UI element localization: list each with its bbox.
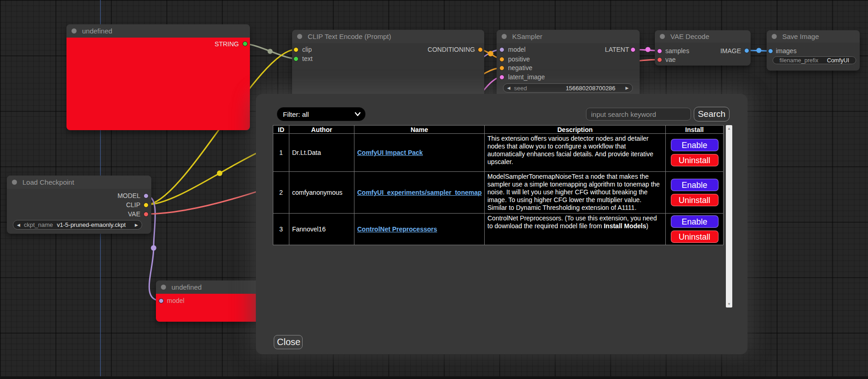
cell-author: Dr.Lt.Data [289, 134, 354, 172]
node-title-bar[interactable]: Save Image [767, 30, 860, 43]
output-slot-conditioning[interactable] [478, 47, 483, 52]
output-label-vae: VAE [128, 210, 140, 218]
input-slot-positive[interactable] [499, 57, 504, 62]
seed-widget[interactable]: ◀ seed 156680208700286 ▶ [503, 83, 633, 93]
cell-description: ModelSamplerTonemapNoiseTest a node that… [485, 172, 666, 214]
output-label-latent: LATENT [605, 46, 629, 53]
extension-link[interactable]: ComfyUI_experiments/sampler_tonemap [357, 189, 482, 196]
node-title: KSampler [512, 33, 542, 40]
reroute-dot-latent[interactable] [646, 47, 651, 52]
node-status-dot [72, 28, 77, 33]
comfyui-canvas[interactable]: { "canvas": { "background_color": "#2626… [0, 0, 868, 379]
scroll-up-icon[interactable]: ▲ [726, 126, 732, 131]
header-description: Description [485, 126, 666, 134]
reroute-dot-conditioning[interactable] [488, 51, 493, 56]
node-status-dot [502, 34, 507, 39]
node-title-bar[interactable]: Load Checkpoint [7, 176, 151, 189]
output-slot-model[interactable] [144, 193, 149, 198]
node-title: VAE Decode [670, 33, 709, 40]
filter-select[interactable]: Filter: all [277, 107, 365, 121]
table-header-row: ID Author Name Description Install [273, 126, 724, 134]
node-error-body [66, 38, 250, 130]
input-slot-text[interactable] [293, 56, 299, 61]
description-text: ModelSamplerTonemapNoiseTest a node that… [487, 173, 660, 211]
output-slot-string[interactable] [243, 41, 248, 46]
cell-description: ControlNet Preprocessors. (To use this e… [485, 214, 666, 245]
output-slot-latent[interactable] [630, 47, 636, 52]
reroute-dot-clip[interactable] [217, 170, 222, 176]
reroute-dot-string[interactable] [268, 49, 273, 54]
node-title-bar[interactable]: undefined [66, 24, 250, 38]
filename-prefix-widget[interactable]: filename_prefix ComfyUI [773, 56, 856, 64]
input-slot-negative[interactable] [499, 66, 504, 71]
input-slot-vae[interactable] [657, 57, 662, 62]
next-arrow-icon[interactable]: ▶ [131, 223, 142, 227]
input-slot-clip[interactable] [293, 47, 299, 52]
node-status-dot [12, 180, 17, 185]
filename-prefix-value[interactable]: ComfyUI [827, 57, 849, 64]
uninstall-button[interactable]: Uninstall [671, 194, 719, 206]
decrement-arrow-icon[interactable]: ◀ [503, 86, 514, 90]
output-slot-clip[interactable] [144, 203, 149, 208]
input-label-images: images [776, 47, 796, 55]
output-slot-image[interactable] [744, 48, 749, 53]
table-scrollbar[interactable]: ▲ ▼ [726, 125, 732, 308]
scroll-down-icon[interactable]: ▼ [726, 302, 732, 306]
enable-button[interactable]: Enable [671, 215, 719, 228]
input-label-vae: vae [665, 56, 676, 63]
uninstall-button[interactable]: Uninstall [671, 231, 719, 243]
cell-id: 1 [273, 134, 289, 172]
search-input[interactable] [586, 108, 691, 121]
node-title-bar[interactable]: VAE Decode [655, 30, 751, 43]
search-button[interactable]: Search [694, 107, 730, 121]
cell-install: Enable Uninstall [666, 214, 724, 245]
input-label-model: model [167, 297, 184, 304]
node-undefined-top[interactable]: undefined STRING [66, 24, 250, 130]
input-label-clip: clip [302, 46, 312, 53]
node-title: CLIP Text Encode (Prompt) [308, 33, 391, 40]
close-button[interactable]: Close [274, 335, 303, 349]
input-slot-model[interactable] [159, 298, 164, 303]
reroute-dot-model[interactable] [151, 245, 156, 251]
cell-description: This extension offers various detector n… [485, 134, 666, 172]
input-slot-model[interactable] [499, 47, 504, 52]
prev-arrow-icon[interactable]: ◀ [13, 223, 24, 227]
output-label-conditioning: CONDITIONING [428, 46, 475, 53]
header-name: Name [354, 126, 485, 134]
header-id: ID [273, 126, 289, 134]
header-install: Install [666, 126, 724, 134]
output-label-clip: CLIP [126, 201, 140, 209]
cell-id: 3 [273, 214, 289, 245]
node-vae-decode[interactable]: VAE Decode samples vae IMAGE [655, 30, 751, 66]
description-text: This extension offers various detector n… [487, 135, 653, 165]
extension-link[interactable]: ComfyUI Impact Pack [357, 149, 423, 156]
input-label-latent-image: latent_image [508, 73, 545, 81]
table-row: 1 Dr.Lt.Data ComfyUI Impact Pack This ex… [273, 134, 724, 172]
uninstall-button[interactable]: Uninstall [671, 154, 719, 166]
enable-button[interactable]: Enable [671, 139, 719, 151]
reroute-dot-image[interactable] [757, 48, 762, 53]
cell-author: comfyanonymous [289, 172, 354, 214]
node-title-bar[interactable]: KSampler [497, 30, 640, 43]
increment-arrow-icon[interactable]: ▶ [622, 86, 632, 90]
input-label-text: text [302, 55, 313, 62]
node-title-bar[interactable]: CLIP Text Encode (Prompt) [292, 30, 484, 43]
ckpt-name-widget[interactable]: ◀ ckpt_name v1-5-pruned-emaonly.ckpt ▶ [13, 220, 142, 230]
input-slot-samples[interactable] [657, 49, 662, 54]
extension-link[interactable]: ControlNet Preprocessors [357, 225, 437, 233]
node-save-image[interactable]: Save Image images filename_prefix ComfyU… [767, 30, 860, 71]
node-load-checkpoint[interactable]: Load Checkpoint MODEL CLIP VAE ◀ ckpt_na… [7, 176, 151, 234]
ckpt-name-value[interactable]: v1-5-pruned-emaonly.ckpt [57, 221, 126, 228]
seed-widget-value[interactable]: 156680208700286 [566, 85, 615, 92]
bottom-strip [0, 376, 868, 379]
cell-id: 2 [273, 172, 289, 214]
extension-table-wrap: ID Author Name Description Install 1 Dr.… [273, 125, 732, 308]
description-text: ) [646, 222, 648, 230]
input-slot-images[interactable] [768, 49, 773, 54]
input-slot-latent-image[interactable] [499, 75, 504, 80]
cell-author: Fannovel16 [289, 214, 354, 245]
node-title: Save Image [782, 33, 819, 40]
cell-install: Enable Uninstall [666, 172, 724, 214]
enable-button[interactable]: Enable [671, 179, 719, 191]
output-slot-vae[interactable] [144, 212, 149, 217]
